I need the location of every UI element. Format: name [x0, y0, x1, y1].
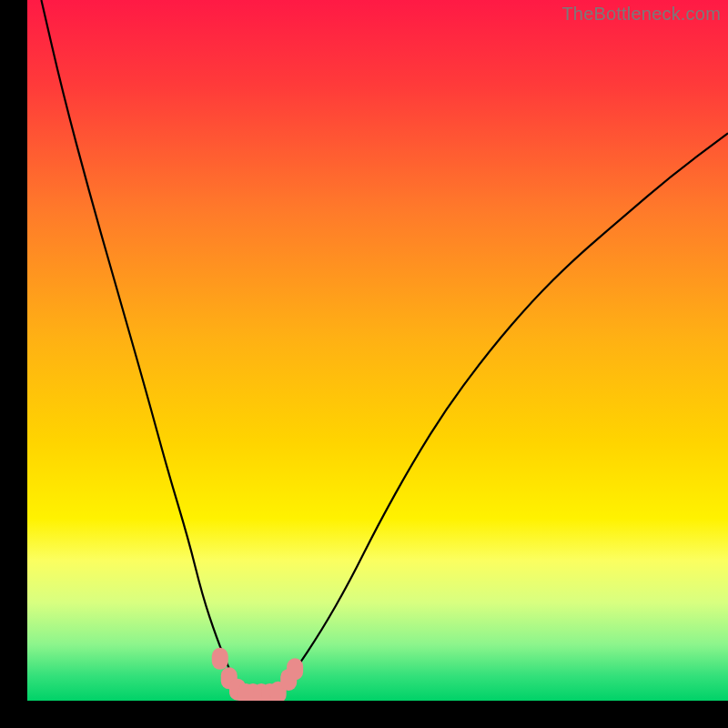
chart-frame: TheBottleneck.com [27, 0, 728, 701]
sweet-spot-marker [212, 648, 228, 670]
chart-background [27, 0, 728, 701]
watermark-text: TheBottleneck.com [561, 4, 721, 25]
bottleneck-chart [27, 0, 728, 701]
sweet-spot-marker [287, 658, 303, 680]
